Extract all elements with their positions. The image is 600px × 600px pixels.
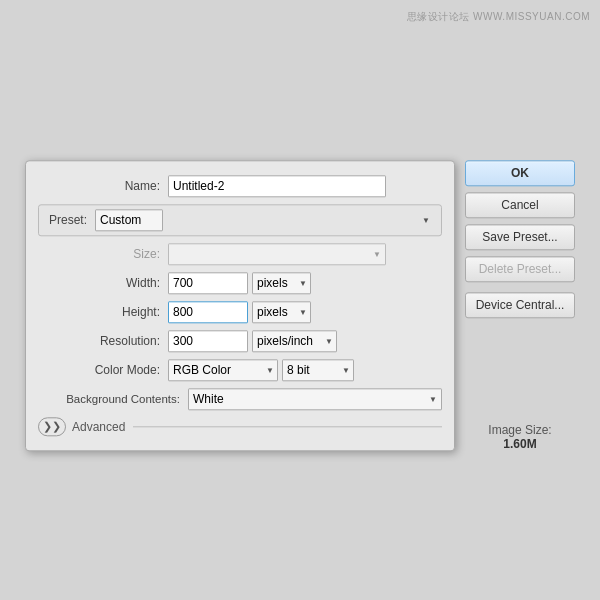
height-input-group: pixels inches cm mm <box>168 301 311 323</box>
delete-preset-button[interactable]: Delete Preset... <box>465 256 575 282</box>
name-row: Name: <box>38 175 442 197</box>
bg-contents-row: Background Contents: White Background Co… <box>38 388 442 410</box>
name-input[interactable] <box>168 175 386 197</box>
width-unit-wrapper: pixels inches cm mm <box>252 272 311 294</box>
size-select-wrapper <box>168 243 386 265</box>
size-label: Size: <box>38 247 168 261</box>
height-unit-wrapper: pixels inches cm mm <box>252 301 311 323</box>
name-label: Name: <box>38 179 168 193</box>
width-input-group: pixels inches cm mm <box>168 272 311 294</box>
save-preset-button[interactable]: Save Preset... <box>465 224 575 250</box>
resolution-unit-select[interactable]: pixels/inch pixels/cm <box>252 330 337 352</box>
color-mode-select[interactable]: RGB Color CMYK Color Grayscale <box>168 359 278 381</box>
resolution-unit-wrapper: pixels/inch pixels/cm <box>252 330 337 352</box>
image-size-label: Image Size: <box>465 423 575 437</box>
width-row: Width: pixels inches cm mm <box>38 272 442 294</box>
width-unit-select[interactable]: pixels inches cm mm <box>252 272 311 294</box>
height-input[interactable] <box>168 301 248 323</box>
advanced-row: ❯❯ Advanced <box>38 417 442 436</box>
color-mode-group: RGB Color CMYK Color Grayscale 8 bit 16 … <box>168 359 354 381</box>
dialog-overlay: Name: Preset: Custom Size: Width: <box>25 160 575 451</box>
width-label: Width: <box>38 276 168 290</box>
height-label: Height: <box>38 305 168 319</box>
image-size-value: 1.60M <box>465 437 575 451</box>
width-input[interactable] <box>168 272 248 294</box>
dialog-buttons-panel: OK Cancel Save Preset... Delete Preset..… <box>465 160 575 451</box>
device-central-button[interactable]: Device Central... <box>465 292 575 318</box>
advanced-divider <box>133 426 442 427</box>
resolution-input[interactable] <box>168 330 248 352</box>
ok-button[interactable]: OK <box>465 160 575 186</box>
preset-row: Preset: Custom <box>38 204 442 236</box>
bit-depth-select[interactable]: 8 bit 16 bit 32 bit <box>282 359 354 381</box>
color-mode-label: Color Mode: <box>38 363 168 377</box>
image-size-info: Image Size: 1.60M <box>465 403 575 451</box>
dialog-box: Name: Preset: Custom Size: Width: <box>25 160 455 451</box>
color-mode-select-wrapper: RGB Color CMYK Color Grayscale <box>168 359 278 381</box>
chevron-down-icon: ❯❯ <box>43 420 61 433</box>
resolution-label: Resolution: <box>38 334 168 348</box>
bit-depth-select-wrapper: 8 bit 16 bit 32 bit <box>282 359 354 381</box>
preset-select[interactable]: Custom <box>95 209 163 231</box>
preset-label: Preset: <box>49 213 95 227</box>
bg-contents-select-wrapper: White Background Color Transparent <box>188 388 442 410</box>
advanced-button[interactable]: ❯❯ <box>38 417 66 436</box>
preset-select-wrapper: Custom <box>95 209 435 231</box>
size-select[interactable] <box>168 243 386 265</box>
height-unit-select[interactable]: pixels inches cm mm <box>252 301 311 323</box>
height-row: Height: pixels inches cm mm <box>38 301 442 323</box>
advanced-label: Advanced <box>72 420 125 434</box>
bg-contents-select[interactable]: White Background Color Transparent <box>188 388 442 410</box>
cancel-button[interactable]: Cancel <box>465 192 575 218</box>
size-row: Size: <box>38 243 442 265</box>
bg-contents-label: Background Contents: <box>38 393 188 405</box>
resolution-row: Resolution: pixels/inch pixels/cm <box>38 330 442 352</box>
resolution-input-group: pixels/inch pixels/cm <box>168 330 337 352</box>
color-mode-row: Color Mode: RGB Color CMYK Color Graysca… <box>38 359 442 381</box>
watermark: 思缘设计论坛 WWW.MISSYUAN.COM <box>407 10 590 24</box>
